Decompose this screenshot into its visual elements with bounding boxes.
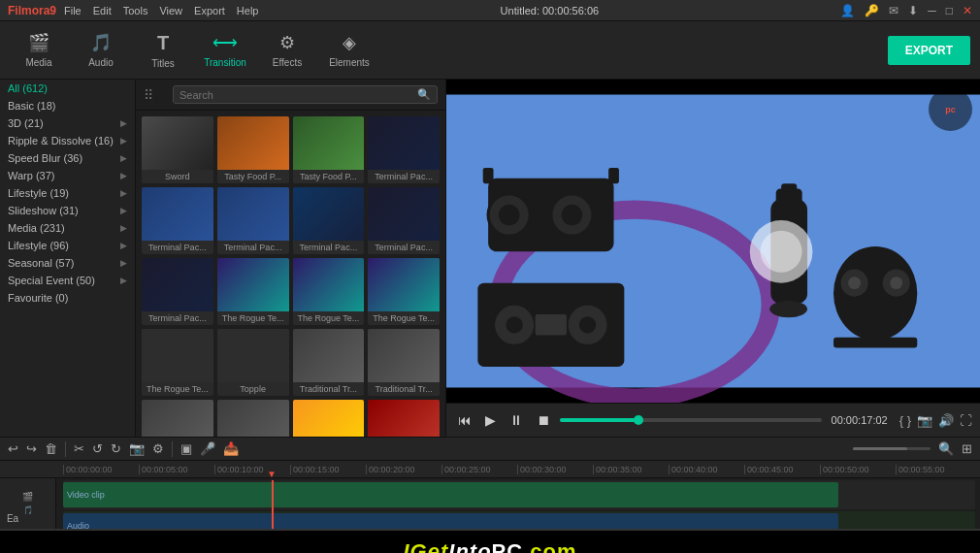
- redo-icon[interactable]: ↪: [26, 441, 37, 456]
- grid-item-18[interactable]: Travel Adven...: [293, 400, 365, 437]
- fullscreen-icon[interactable]: ⛶: [960, 413, 972, 428]
- pip-icon[interactable]: ▣: [180, 441, 192, 456]
- grid-item-6[interactable]: Terminal Pac...: [293, 187, 365, 254]
- record-icon[interactable]: 🎤: [200, 441, 215, 456]
- track-clip-2[interactable]: Audio: [63, 513, 838, 529]
- grid-item-7[interactable]: Terminal Pac...: [368, 187, 440, 254]
- grid-item-8[interactable]: Terminal Pac...: [142, 258, 213, 325]
- mail-icon[interactable]: ✉: [889, 4, 898, 17]
- fit-icon[interactable]: ⊞: [962, 441, 972, 456]
- tab-transition[interactable]: ⟷ Transition: [196, 26, 254, 75]
- screenshot-icon[interactable]: 📷: [129, 441, 145, 456]
- grid-item-2[interactable]: Tasty Food P...: [293, 116, 365, 183]
- menu-edit[interactable]: Edit: [93, 5, 112, 16]
- account-icon[interactable]: 🔑: [865, 4, 879, 17]
- maximize-btn[interactable]: □: [946, 4, 953, 17]
- track-clip-1[interactable]: Video clip: [63, 482, 838, 507]
- rotate-left-icon[interactable]: ↺: [92, 441, 103, 456]
- import-icon[interactable]: 📥: [223, 441, 239, 456]
- crop-icon[interactable]: ✂: [74, 441, 84, 456]
- grid-item-14[interactable]: Traditional Tr...: [293, 329, 365, 396]
- zoom-icon[interactable]: 🔍: [938, 441, 954, 456]
- snapshot-icon[interactable]: 📷: [917, 413, 932, 428]
- undo-icon[interactable]: ↩: [8, 441, 18, 456]
- grid-item-9[interactable]: The Rogue Te...: [217, 258, 289, 325]
- tab-elements[interactable]: ◈ Elements: [320, 26, 378, 75]
- grid-item-15[interactable]: Traditional Tr...: [368, 329, 440, 396]
- menu-file[interactable]: File: [64, 5, 82, 16]
- grid-item-13[interactable]: Topple: [217, 329, 289, 396]
- zoom-slider[interactable]: [853, 447, 931, 450]
- menu-export[interactable]: Export: [194, 5, 225, 16]
- category-ripple[interactable]: Ripple & Dissolve (16) ▶: [0, 132, 135, 149]
- tab-titles[interactable]: T Titles: [134, 26, 192, 75]
- tab-audio[interactable]: 🎵 Audio: [72, 26, 130, 75]
- export-button[interactable]: EXPORT: [888, 36, 970, 65]
- category-special-event[interactable]: Special Event (50) ▶: [0, 272, 135, 289]
- tab-media[interactable]: 🎬 Media: [10, 26, 68, 75]
- playhead: [272, 480, 274, 529]
- pause-button[interactable]: ⏸: [506, 410, 527, 430]
- svg-rect-9: [483, 168, 494, 183]
- arrow-icon: ▶: [120, 118, 127, 128]
- audio-track: Audio: [63, 511, 975, 529]
- grid-item-5[interactable]: Terminal Pac...: [217, 187, 289, 254]
- arrow-icon: ▶: [120, 258, 127, 268]
- titlebar-left: Filmora9 File Edit Tools View Export Hel…: [8, 4, 258, 17]
- category-seasonal[interactable]: Seasonal (57) ▶: [0, 254, 135, 272]
- category-all[interactable]: All (612): [0, 80, 135, 97]
- ruler-mark-0: 00:00:00:00: [63, 465, 139, 474]
- grid-item-17[interactable]: Traditional Tr...: [217, 400, 289, 437]
- arrow-icon: ▶: [120, 206, 127, 215]
- search-box[interactable]: 🔍: [173, 85, 438, 104]
- grid-item-0[interactable]: Sword: [142, 116, 213, 183]
- menu-view[interactable]: View: [159, 5, 182, 16]
- ruler-mark-9: 00:00:45:00: [744, 465, 820, 474]
- menu-help[interactable]: Help: [237, 5, 259, 16]
- category-speed-blur[interactable]: Speed Blur (36) ▶: [0, 149, 135, 167]
- grid-thumb-3: [368, 116, 440, 170]
- preview-controls: ⏮ ▶ ⏸ ⏹ 00:00:17:02 { } 📷 🔊 ⛶: [446, 403, 980, 437]
- skip-back-button[interactable]: ⏮: [454, 410, 475, 430]
- grid-item-1[interactable]: Tasty Food P...: [217, 116, 289, 183]
- grid-label-15: Traditional Tr...: [368, 382, 440, 396]
- category-warp[interactable]: Warp (37) ▶: [0, 167, 135, 184]
- user-icon[interactable]: 👤: [840, 4, 855, 17]
- stop-button[interactable]: ⏹: [533, 410, 554, 430]
- category-slideshow[interactable]: Slideshow (31) ▶: [0, 202, 135, 219]
- arrow-icon: ▶: [120, 188, 127, 198]
- settings-icon[interactable]: ⚙: [152, 441, 164, 456]
- window-title: Untitled: 00:00:56:06: [501, 5, 600, 16]
- grid-item-12[interactable]: The Rogue Te...: [142, 329, 213, 396]
- category-3d[interactable]: 3D (21) ▶: [0, 114, 135, 132]
- grid-label-3: Terminal Pac...: [368, 170, 440, 183]
- grid-drag-icon: ⠿: [144, 87, 153, 103]
- category-basic[interactable]: Basic (18): [0, 97, 135, 114]
- play-button[interactable]: ▶: [481, 410, 500, 430]
- grid-item-16[interactable]: Traditional Tr...: [142, 400, 213, 437]
- grid-item-19[interactable]: Travel Adven...: [368, 400, 440, 437]
- grid-item-11[interactable]: The Rogue Te...: [368, 258, 440, 325]
- category-lifestyle[interactable]: Lifestyle (19) ▶: [0, 184, 135, 202]
- close-btn[interactable]: ✕: [963, 4, 972, 17]
- media-icon: 🎬: [28, 32, 49, 53]
- grid-item-3[interactable]: Terminal Pac...: [368, 116, 440, 183]
- grid-item-10[interactable]: The Rogue Te...: [293, 258, 365, 325]
- search-input[interactable]: [180, 89, 417, 101]
- category-favourite[interactable]: Favourite (0): [0, 289, 135, 307]
- rotate-right-icon[interactable]: ↻: [111, 441, 121, 456]
- menu-tools[interactable]: Tools: [123, 5, 148, 16]
- category-lifestyle2[interactable]: Lifestyle (96) ▶: [0, 237, 135, 254]
- grid-item-4[interactable]: Terminal Pac...: [142, 187, 213, 254]
- svg-point-13: [506, 316, 522, 333]
- progress-bar[interactable]: [560, 418, 822, 422]
- delete-icon[interactable]: 🗑: [45, 441, 57, 456]
- brackets-icon[interactable]: { }: [899, 413, 911, 428]
- minimize-btn[interactable]: ─: [928, 4, 936, 17]
- category-media[interactable]: Media (231) ▶: [0, 219, 135, 237]
- svg-rect-26: [855, 309, 897, 325]
- download-icon[interactable]: ⬇: [908, 4, 918, 17]
- volume-icon[interactable]: 🔊: [938, 413, 954, 428]
- ruler-mark-10: 00:00:50:00: [820, 465, 896, 474]
- tab-effects[interactable]: ⚙ Effects: [258, 26, 316, 75]
